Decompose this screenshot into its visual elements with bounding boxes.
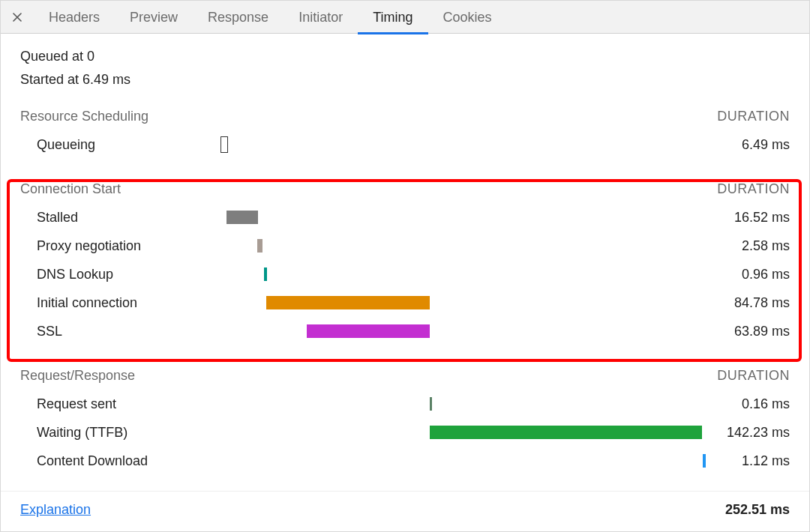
timing-bar bbox=[703, 454, 706, 468]
duration-column-header: DURATION bbox=[717, 368, 790, 384]
timing-row: Waiting (TTFB)142.23 ms bbox=[20, 418, 790, 447]
timing-bar-track bbox=[219, 267, 685, 281]
timing-row-duration: 84.78 ms bbox=[685, 295, 790, 311]
timing-row: DNS Lookup0.96 ms bbox=[20, 260, 790, 288]
timing-row-duration: 63.89 ms bbox=[685, 324, 790, 339]
timing-bar bbox=[307, 324, 430, 338]
timing-bar bbox=[430, 426, 702, 439]
timing-bar-track bbox=[219, 324, 685, 338]
timing-row-label: Proxy negotiation bbox=[20, 238, 219, 254]
timing-bar bbox=[430, 397, 432, 411]
timing-bar-track bbox=[219, 211, 685, 224]
duration-column-header: DURATION bbox=[717, 181, 790, 197]
timing-row-label: DNS Lookup bbox=[20, 267, 219, 282]
timing-bar bbox=[220, 136, 228, 153]
timing-row-label: Content Download bbox=[20, 453, 219, 469]
timing-bar-track bbox=[219, 454, 685, 468]
section-header: Connection StartDURATION bbox=[20, 181, 790, 197]
section-title: Connection Start bbox=[20, 181, 121, 197]
tab-response[interactable]: Response bbox=[193, 1, 284, 34]
timing-bar-track bbox=[219, 426, 685, 439]
queued-at-text: Queued at 0 bbox=[20, 49, 790, 64]
footer: Explanation 252.51 ms bbox=[1, 491, 809, 531]
tab-bar: HeadersPreviewResponseInitiatorTimingCoo… bbox=[1, 1, 809, 34]
timing-row-duration: 0.16 ms bbox=[685, 396, 790, 412]
tab-preview[interactable]: Preview bbox=[115, 1, 193, 34]
explanation-link[interactable]: Explanation bbox=[20, 502, 91, 518]
timing-row-label: Queueing bbox=[20, 137, 219, 153]
section-header: Resource SchedulingDURATION bbox=[20, 109, 790, 124]
timing-row: Initial connection84.78 ms bbox=[20, 288, 790, 317]
duration-column-header: DURATION bbox=[717, 109, 790, 124]
timing-bar-track bbox=[219, 296, 685, 309]
timing-row-duration: 6.49 ms bbox=[685, 137, 790, 153]
timing-bar bbox=[266, 296, 430, 309]
tab-initiator[interactable]: Initiator bbox=[284, 1, 358, 34]
timing-row-duration: 0.96 ms bbox=[685, 267, 790, 282]
timing-row: Stalled16.52 ms bbox=[20, 203, 790, 232]
section-title: Resource Scheduling bbox=[20, 109, 148, 124]
timing-row-duration: 16.52 ms bbox=[685, 210, 790, 226]
timing-row-label: Stalled bbox=[20, 210, 219, 226]
total-duration: 252.51 ms bbox=[725, 502, 790, 518]
timing-row: SSL63.89 ms bbox=[20, 317, 790, 345]
tab-cookies[interactable]: Cookies bbox=[428, 1, 507, 34]
tab-headers[interactable]: Headers bbox=[34, 1, 115, 34]
timing-row: Queueing6.49 ms bbox=[20, 130, 790, 159]
timing-bar-track bbox=[219, 138, 685, 151]
timing-row-label: Initial connection bbox=[20, 295, 219, 311]
section-header: Request/ResponseDURATION bbox=[20, 368, 790, 384]
tab-timing[interactable]: Timing bbox=[358, 1, 428, 34]
timing-bar bbox=[226, 211, 258, 224]
timing-row: Proxy negotiation2.58 ms bbox=[20, 232, 790, 260]
timing-row-duration: 1.12 ms bbox=[685, 453, 790, 469]
timing-row-label: SSL bbox=[20, 324, 219, 339]
timing-row: Request sent0.16 ms bbox=[20, 390, 790, 418]
timing-row-label: Request sent bbox=[20, 396, 219, 412]
timing-row-duration: 2.58 ms bbox=[685, 238, 790, 254]
timing-row-label: Waiting (TTFB) bbox=[20, 425, 219, 441]
timing-bar bbox=[257, 239, 262, 253]
timing-bar-track bbox=[219, 239, 685, 253]
timing-bar-track bbox=[219, 397, 685, 411]
close-icon[interactable] bbox=[1, 1, 34, 34]
timing-row: Content Download1.12 ms bbox=[20, 447, 790, 475]
started-at-text: Started at 6.49 ms bbox=[20, 72, 790, 88]
section-title: Request/Response bbox=[20, 368, 135, 384]
timing-bar bbox=[264, 267, 267, 281]
